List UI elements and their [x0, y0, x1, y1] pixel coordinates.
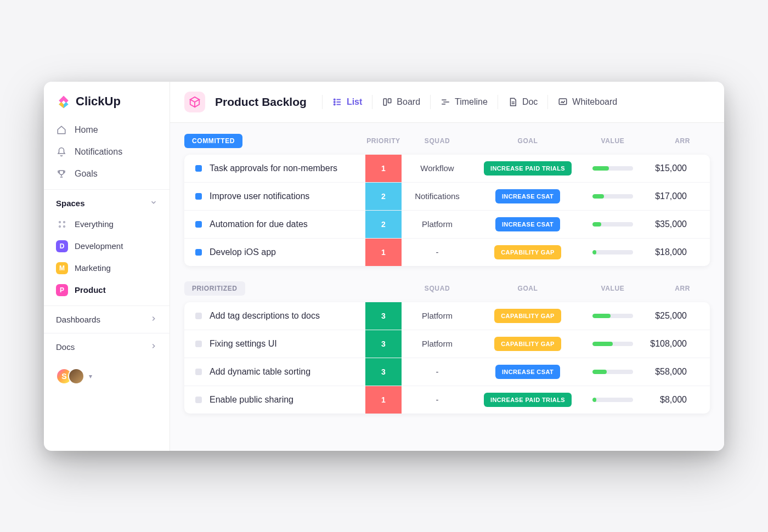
- arr-cell[interactable]: $58,000: [643, 367, 698, 377]
- goal-chip: INCREASE PAID TRIALS: [484, 161, 572, 176]
- status-dot-icon: [195, 313, 202, 319]
- goal-cell[interactable]: CAPABILITY GAP: [473, 245, 583, 259]
- view-tab-doc[interactable]: Doc: [508, 97, 538, 107]
- group-label[interactable]: PRIORITIZED: [184, 281, 245, 296]
- nav-notifications-label: Notifications: [75, 147, 122, 157]
- task-row[interactable]: Enable public sharing 1 - INCREASE PAID …: [184, 386, 710, 414]
- goal-cell[interactable]: CAPABILITY GAP: [473, 309, 583, 323]
- priority-cell[interactable]: 3: [365, 358, 402, 386]
- goal-cell[interactable]: CAPABILITY GAP: [473, 337, 583, 351]
- arr-cell[interactable]: $35,000: [643, 219, 698, 229]
- space-item-development[interactable]: D Development: [44, 235, 170, 257]
- nav-home[interactable]: Home: [44, 119, 170, 141]
- value-cell[interactable]: [583, 370, 643, 374]
- squad-cell[interactable]: -: [402, 367, 473, 376]
- value-cell[interactable]: [583, 342, 643, 346]
- view-tab-list[interactable]: List: [332, 97, 362, 107]
- chevron-right-icon: [150, 315, 157, 324]
- progress-track: [592, 398, 633, 402]
- task-title: Add dynamic table sorting: [210, 367, 310, 377]
- task-title: Automation for due dates: [210, 219, 308, 229]
- goal-cell[interactable]: INCREASE CSAT: [473, 189, 583, 203]
- nav-docs[interactable]: Docs: [44, 333, 170, 360]
- value-cell[interactable]: [583, 222, 643, 227]
- value-cell[interactable]: [583, 166, 643, 171]
- nav-notifications[interactable]: Notifications: [44, 141, 170, 163]
- task-title: Add tag descriptions to docs: [210, 311, 320, 321]
- space-item-marketing[interactable]: M Marketing: [44, 257, 170, 279]
- goal-cell[interactable]: INCREASE PAID TRIALS: [473, 161, 583, 176]
- priority-cell[interactable]: 2: [365, 183, 402, 210]
- goal-cell[interactable]: INCREASE CSAT: [473, 217, 583, 231]
- task-row[interactable]: Add dynamic table sorting 3 - INCREASE C…: [184, 358, 710, 386]
- view-tab-board[interactable]: Board: [382, 97, 420, 107]
- squad-cell[interactable]: Notifications: [402, 191, 473, 201]
- space-everything[interactable]: Everything: [44, 213, 170, 235]
- nav-goals-label: Goals: [75, 169, 98, 179]
- task-row[interactable]: Automation for due dates 2 Platform INCR…: [184, 211, 710, 239]
- spaces-header[interactable]: Spaces: [44, 189, 170, 213]
- priority-cell[interactable]: 3: [365, 302, 402, 330]
- nav-goals[interactable]: Goals: [44, 163, 170, 185]
- priority-cell[interactable]: 1: [365, 155, 402, 182]
- col-squad: SQUAD: [402, 137, 473, 145]
- group-label[interactable]: COMMITTED: [184, 134, 242, 148]
- task-row[interactable]: Improve user notifications 2 Notificatio…: [184, 183, 710, 211]
- whiteboard-icon: [558, 97, 568, 107]
- task-row[interactable]: Fixing settings UI 3 Platform CAPABILITY…: [184, 330, 710, 358]
- value-cell[interactable]: [583, 314, 643, 318]
- task-row[interactable]: Develop iOS app 1 - CAPABILITY GAP $18,0…: [184, 239, 710, 266]
- task-row[interactable]: Add tag descriptions to docs 3 Platform …: [184, 302, 710, 330]
- brand-logo[interactable]: ClickUp: [44, 94, 170, 119]
- priority-cell[interactable]: 1: [365, 386, 402, 414]
- value-cell[interactable]: [583, 250, 643, 254]
- task-list: Add tag descriptions to docs 3 Platform …: [184, 302, 710, 414]
- user-switcher[interactable]: S ▾: [44, 360, 170, 384]
- priority-cell[interactable]: 1: [365, 239, 402, 266]
- squad-cell[interactable]: Platform: [402, 339, 473, 348]
- task-list: Task approvals for non-members 1 Workflo…: [184, 155, 710, 266]
- task-row[interactable]: Task approvals for non-members 1 Workflo…: [184, 155, 710, 183]
- goal-cell[interactable]: INCREASE CSAT: [473, 365, 583, 379]
- nav-dashboards-label: Dashboards: [56, 315, 100, 324]
- progress-fill: [592, 370, 607, 374]
- clickup-logo-icon: [56, 94, 71, 109]
- goal-chip: CAPABILITY GAP: [494, 245, 561, 259]
- status-dot-icon: [195, 369, 202, 375]
- arr-cell[interactable]: $108,000: [643, 339, 698, 349]
- svg-rect-10: [384, 99, 387, 105]
- priority-cell[interactable]: 3: [365, 330, 402, 358]
- arr-cell[interactable]: $25,000: [643, 311, 698, 321]
- squad-cell[interactable]: Workflow: [402, 163, 473, 173]
- squad-cell[interactable]: Platform: [402, 311, 473, 320]
- space-label: Product: [75, 285, 106, 295]
- view-tab-whiteboard[interactable]: Whiteboard: [558, 97, 617, 107]
- arr-cell[interactable]: $18,000: [643, 247, 698, 257]
- nav-dashboards[interactable]: Dashboards: [44, 306, 170, 333]
- value-cell[interactable]: [583, 398, 643, 402]
- arr-cell[interactable]: $15,000: [643, 163, 698, 173]
- svg-point-8: [334, 104, 335, 105]
- value-cell[interactable]: [583, 194, 643, 199]
- view-tab-label: Whiteboard: [572, 97, 617, 107]
- spaces-list: D Development M Marketing P Product: [44, 235, 170, 301]
- space-everything-label: Everything: [75, 219, 114, 229]
- col-arr: ARR: [643, 137, 698, 145]
- goal-cell[interactable]: INCREASE PAID TRIALS: [473, 393, 583, 407]
- progress-track: [592, 250, 633, 254]
- arr-cell[interactable]: $17,000: [643, 191, 698, 201]
- view-tab-timeline[interactable]: Timeline: [441, 97, 488, 107]
- board-icon: [382, 97, 392, 107]
- task-title-cell: Fixing settings UI: [184, 339, 365, 349]
- svg-point-0: [59, 221, 61, 223]
- goal-chip: INCREASE PAID TRIALS: [484, 393, 572, 407]
- squad-cell[interactable]: Platform: [402, 219, 473, 229]
- space-item-product[interactable]: P Product: [44, 279, 170, 301]
- squad-cell[interactable]: -: [402, 247, 473, 257]
- divider: [498, 95, 498, 109]
- doc-icon: [508, 97, 518, 107]
- squad-cell[interactable]: -: [402, 395, 473, 404]
- arr-cell[interactable]: $8,000: [643, 395, 698, 405]
- view-tab-label: Doc: [522, 97, 538, 107]
- priority-cell[interactable]: 2: [365, 211, 402, 238]
